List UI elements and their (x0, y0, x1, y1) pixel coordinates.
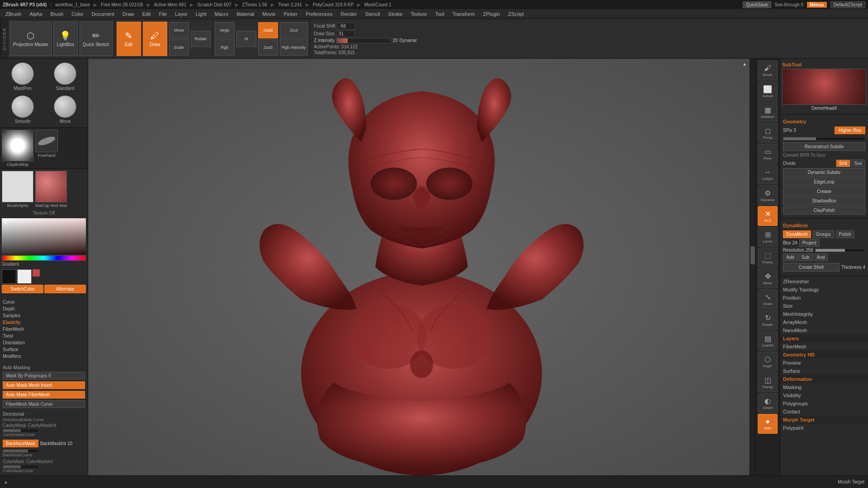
menu-zscript[interactable]: ZScript (505, 10, 528, 18)
menu-picker[interactable]: Picker (280, 10, 302, 18)
morph-target-item[interactable]: Morph Target (780, 416, 868, 424)
rotate-button[interactable]: Rotate (191, 31, 211, 47)
canvas-scroll-top[interactable]: ▲ (741, 61, 748, 67)
samples-row[interactable]: Samples (3, 312, 85, 319)
menus-button[interactable]: Menus (807, 2, 827, 8)
black-swatch[interactable] (2, 269, 16, 284)
default-zscript-button[interactable]: DefaultZScript (830, 1, 865, 8)
geo-slider-1[interactable] (783, 137, 865, 141)
depth-row[interactable]: Depth (3, 305, 85, 312)
fibermesh-mask-curve-button[interactable]: FiberMesh Mask Curve (3, 400, 85, 408)
menu-file[interactable]: File (155, 10, 170, 18)
auto-mask-mesh-insert-button[interactable]: Auto Mask Mesh Insert (3, 381, 85, 389)
menu-brush[interactable]: Brush (47, 10, 67, 18)
groups-button[interactable]: Groups (813, 230, 834, 238)
modifiers-row[interactable]: Modifiers (3, 353, 85, 360)
vert-brush-button[interactable]: 🖌 Brush (758, 61, 778, 80)
polypaint-item[interactable]: Polypaint (780, 424, 868, 432)
preview-item[interactable]: Preview (780, 359, 868, 367)
vert-frame-button[interactable]: ⬚ Frame (758, 248, 778, 267)
vert-xyz-button[interactable]: ✕ XYZ (758, 206, 778, 226)
move-button[interactable]: Move (169, 22, 189, 38)
focal-shift-input[interactable] (337, 23, 355, 29)
scale-button[interactable]: Scale (169, 39, 189, 56)
mesh-integrity-item[interactable]: MeshIntegrity (780, 310, 868, 318)
vert-lasym-button[interactable]: ↔ LaSym (758, 164, 778, 184)
surface-row[interactable]: Surface (3, 346, 85, 353)
menu-stencil[interactable]: Stencil (362, 10, 384, 18)
menu-layer[interactable]: Layer (171, 10, 191, 18)
curve-row[interactable]: Curve (3, 299, 85, 305)
vert-floor-button[interactable]: ▭ Floor (758, 144, 778, 164)
higher-res-button[interactable]: Higher Res (835, 127, 865, 134)
sub-button[interactable]: Sub (798, 253, 813, 261)
brush-alpha-item[interactable]: BrushAlpha (2, 171, 33, 208)
quicksave-button[interactable]: QuickSave (743, 1, 771, 8)
brush-move[interactable]: Move (44, 94, 86, 126)
quick-sketch-button[interactable]: ✏ Quick Sketch (80, 22, 113, 56)
layers-item[interactable]: Layers (780, 334, 868, 343)
and-button[interactable]: And (814, 253, 828, 261)
visibility-item[interactable]: Visibility (780, 391, 868, 399)
shadow-box-button[interactable]: ShadowBox (783, 197, 865, 205)
z-intensity-track[interactable] (336, 38, 391, 43)
vert-transp-button[interactable]: ◫ Transp (758, 372, 778, 392)
modify-topology-item[interactable]: Modify Topology (780, 286, 868, 294)
projection-master-button[interactable]: ⬡ Projection Master (10, 22, 52, 56)
clay-polish-button[interactable]: ClayPolish (783, 206, 865, 215)
deformation-item[interactable]: Deformation (780, 375, 868, 383)
lightbox-button[interactable]: 💡 LightBox (53, 22, 78, 56)
menu-texture[interactable]: Texture (407, 10, 430, 18)
foreground-color-swatch[interactable] (33, 269, 40, 277)
rgb-intensity-button[interactable]: Rgb Intensity (280, 39, 308, 56)
material-item[interactable]: MatCap Red Wax (35, 171, 67, 208)
backface-mask-button[interactable]: BackfaceMask (3, 440, 38, 447)
menu-tool[interactable]: Tool (431, 10, 448, 18)
create-shell-button[interactable]: Create Shell (783, 263, 840, 272)
m-button[interactable]: M (236, 31, 256, 47)
contact-item[interactable]: Contact (780, 408, 868, 416)
scrollbar-thumb[interactable] (750, 246, 755, 264)
vert-laym-button[interactable]: ⊞ LaYm (758, 227, 778, 247)
brush-standard[interactable]: Standard (44, 61, 86, 93)
canvas-scrollbar[interactable] (750, 59, 755, 475)
vert-ghost-button[interactable]: ◐ Ghost (758, 393, 778, 413)
menu-render[interactable]: Render (337, 10, 360, 18)
zadd-button[interactable]: Zadd (258, 22, 278, 38)
color-gradient[interactable] (2, 218, 86, 254)
mrgb-button[interactable]: Mrgb (215, 22, 235, 38)
vert-solo-button[interactable]: ● Solo (758, 414, 778, 434)
surface-item[interactable]: Surface (780, 367, 868, 375)
menu-movie[interactable]: Movie (259, 10, 279, 18)
back-mask-slider[interactable] (3, 449, 39, 453)
add-button[interactable]: Add (783, 253, 797, 261)
suv-button[interactable]: Suv (851, 160, 865, 167)
white-swatch[interactable] (17, 269, 32, 284)
dynaMesh-button[interactable]: DynaMesh (783, 230, 811, 238)
project-button[interactable]: Project (799, 239, 820, 247)
fiber-mesh-item[interactable]: FiberMesh (780, 343, 868, 351)
menu-edit[interactable]: Edit (138, 10, 154, 18)
nano-mesh-item[interactable]: NanoMesh (780, 326, 868, 334)
color-mask-slider[interactable] (3, 465, 39, 469)
rgb-button[interactable]: Rgb (215, 39, 235, 56)
position-item[interactable]: Position (780, 294, 868, 302)
menu-color[interactable]: Color (68, 10, 87, 18)
menu-alpha[interactable]: Alpha (26, 10, 46, 18)
menu-material[interactable]: Material (233, 10, 258, 18)
auto-mask-fibermesh-button[interactable]: Auto Mask FiberMesh (3, 391, 85, 399)
dynamic-subdiv-button[interactable]: Dynamic Subdiv (783, 168, 865, 177)
masking-item[interactable]: Masking (780, 383, 868, 391)
hue-bar[interactable] (2, 255, 86, 261)
vert-linefill-button[interactable]: ▤ LineFill (758, 331, 778, 351)
zcut-button[interactable]: Zcut (280, 22, 308, 38)
subtool-preview[interactable] (782, 69, 866, 105)
polygroups-item[interactable]: Polygroups (780, 399, 868, 408)
resolution-track[interactable] (815, 249, 865, 252)
reconstruct-subdiv-button[interactable]: Reconstruct Subdiv (783, 142, 865, 151)
menu-preferences[interactable]: Preferences (302, 10, 336, 18)
twist-row[interactable]: Twist (3, 333, 85, 339)
menu-document[interactable]: Document (88, 10, 118, 18)
geometry-hd-item[interactable]: Geometry HD (780, 351, 868, 359)
vert-scale-button[interactable]: ⤡ Scale (758, 289, 778, 309)
